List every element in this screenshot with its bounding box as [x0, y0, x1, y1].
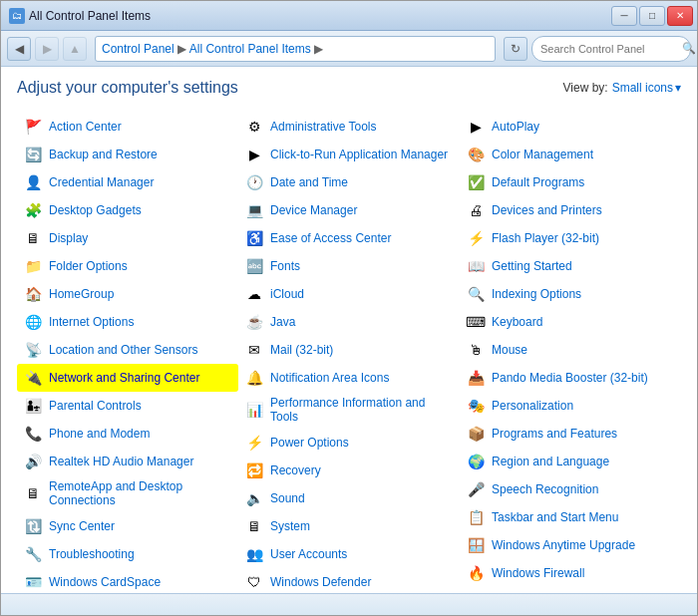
cp-item-admin-tools[interactable]: ⚙Administrative Tools [238, 113, 460, 141]
cp-item-indexing-options[interactable]: 🔍Indexing Options [460, 280, 681, 308]
cp-item-mail[interactable]: ✉Mail (32-bit) [238, 336, 460, 364]
remoteapp-label: RemoteApp and Desktop Connections [49, 479, 232, 508]
cp-item-windows-defender[interactable]: 🛡Windows Defender [238, 568, 460, 593]
cp-item-mouse[interactable]: 🖱Mouse [460, 336, 681, 364]
cp-item-performance-tools[interactable]: 📊Performance Information and Tools [238, 392, 460, 429]
cp-item-network-sharing[interactable]: 🔌Network and Sharing Center [17, 364, 238, 392]
cp-item-display[interactable]: 🖥Display [17, 224, 238, 252]
cp-item-sync-center[interactable]: 🔃Sync Center [17, 512, 238, 540]
cp-item-date-time[interactable]: 🕐Date and Time [238, 168, 460, 196]
cp-item-parental-controls[interactable]: 👨‍👧Parental Controls [17, 392, 238, 420]
view-dropdown-icon: ▾ [675, 81, 681, 95]
programs-features-label: Programs and Features [492, 427, 617, 441]
cp-item-fonts[interactable]: 🔤Fonts [238, 252, 460, 280]
cp-item-remoteapp[interactable]: 🖥RemoteApp and Desktop Connections [17, 475, 238, 512]
breadcrumb-control-panel[interactable]: Control Panel [102, 42, 174, 56]
performance-tools-label: Performance Information and Tools [270, 396, 454, 425]
cp-item-device-manager[interactable]: 💻Device Manager [238, 196, 460, 224]
cp-item-phone-modem[interactable]: 📞Phone and Modem [17, 420, 238, 448]
folder-options-icon: 📁 [23, 256, 43, 276]
cp-item-click-to-run[interactable]: ▶Click-to-Run Application Manager [238, 141, 460, 168]
window-icon: 🗂 [9, 8, 25, 24]
personalization-icon: 🎭 [466, 396, 486, 416]
maximize-button[interactable]: □ [639, 6, 665, 26]
devices-printers-icon: 🖨 [466, 200, 486, 220]
keyboard-label: Keyboard [492, 315, 542, 329]
cp-item-windows-firewall[interactable]: 🔥Windows Firewall [460, 559, 681, 587]
cp-item-pando-media[interactable]: 📥Pando Media Booster (32-bit) [460, 364, 681, 392]
mail-label: Mail (32-bit) [270, 343, 333, 357]
view-option-label: Small icons [612, 81, 673, 95]
cp-item-speech-recognition[interactable]: 🎤Speech Recognition [460, 475, 681, 503]
refresh-button[interactable]: ↻ [504, 37, 527, 61]
windows-defender-label: Windows Defender [270, 575, 371, 589]
view-by-dropdown[interactable]: Small icons ▾ [612, 81, 681, 95]
desktop-gadgets-icon: 🧩 [23, 200, 43, 220]
java-label: Java [270, 315, 295, 329]
folder-options-label: Folder Options [49, 259, 128, 273]
cp-item-flash-player[interactable]: ⚡Flash Player (32-bit) [460, 224, 681, 252]
page-title: Adjust your computer's settings [17, 79, 238, 97]
cp-item-windows-anytime[interactable]: 🪟Windows Anytime Upgrade [460, 531, 681, 559]
location-sensors-label: Location and Other Sensors [49, 343, 197, 357]
back-button[interactable]: ◀ [7, 37, 31, 61]
cp-item-notification-icons[interactable]: 🔔Notification Area Icons [238, 364, 460, 392]
action-center-label: Action Center [49, 120, 122, 134]
date-time-label: Date and Time [270, 175, 348, 189]
cp-item-location-sensors[interactable]: 📡Location and Other Sensors [17, 336, 238, 364]
cp-item-desktop-gadgets[interactable]: 🧩Desktop Gadgets [17, 196, 238, 224]
cp-item-homegroup[interactable]: 🏠HomeGroup [17, 280, 238, 308]
content-area: Adjust your computer's settings View by:… [1, 67, 697, 593]
cp-item-icloud[interactable]: ☁iCloud [238, 280, 460, 308]
cp-item-ease-access[interactable]: ♿Ease of Access Center [238, 224, 460, 252]
cp-item-autoplay[interactable]: ▶AutoPlay [460, 113, 681, 141]
cp-item-taskbar-start[interactable]: 📋Taskbar and Start Menu [460, 503, 681, 531]
cp-item-internet-options[interactable]: 🌐Internet Options [17, 308, 238, 336]
cp-item-personalization[interactable]: 🎭Personalization [460, 392, 681, 420]
cp-item-sound[interactable]: 🔈Sound [238, 484, 460, 512]
performance-tools-icon: 📊 [244, 400, 264, 420]
cp-item-java[interactable]: ☕Java [238, 308, 460, 336]
color-management-label: Color Management [492, 148, 593, 161]
cp-item-system[interactable]: 🖥System [238, 512, 460, 540]
breadcrumb-all-items[interactable]: All Control Panel Items [189, 42, 311, 56]
cp-item-action-center[interactable]: 🚩Action Center [17, 113, 238, 141]
flash-player-icon: ⚡ [466, 228, 486, 248]
mouse-icon: 🖱 [466, 340, 486, 360]
cp-item-programs-features[interactable]: 📦Programs and Features [460, 420, 681, 448]
cp-item-region-language[interactable]: 🌍Region and Language [460, 448, 681, 475]
cp-item-backup-restore[interactable]: 🔄Backup and Restore [17, 141, 238, 168]
system-icon: 🖥 [244, 516, 264, 536]
cp-item-realtek-audio[interactable]: 🔊Realtek HD Audio Manager [17, 448, 238, 475]
credential-manager-label: Credential Manager [49, 175, 154, 189]
admin-tools-icon: ⚙ [244, 117, 264, 137]
cp-item-color-management[interactable]: 🎨Color Management [460, 141, 681, 168]
search-input[interactable] [540, 43, 678, 55]
cp-item-user-accounts[interactable]: 👥User Accounts [238, 540, 460, 568]
cp-item-recovery[interactable]: 🔁Recovery [238, 457, 460, 484]
up-button[interactable]: ▲ [63, 37, 87, 61]
personalization-label: Personalization [492, 399, 573, 413]
cp-item-windows-cardspace[interactable]: 🪪Windows CardSpace [17, 568, 238, 593]
region-language-label: Region and Language [492, 455, 609, 468]
cp-item-devices-printers[interactable]: 🖨Devices and Printers [460, 196, 681, 224]
pando-media-icon: 📥 [466, 368, 486, 388]
cp-item-power-options[interactable]: ⚡Power Options [238, 429, 460, 457]
backup-restore-label: Backup and Restore [49, 148, 158, 161]
programs-features-icon: 📦 [466, 424, 486, 444]
cp-item-troubleshooting[interactable]: 🔧Troubleshooting [17, 540, 238, 568]
forward-button[interactable]: ▶ [35, 37, 59, 61]
cp-item-getting-started[interactable]: 📖Getting Started [460, 252, 681, 280]
cp-item-keyboard[interactable]: ⌨Keyboard [460, 308, 681, 336]
cp-item-folder-options[interactable]: 📁Folder Options [17, 252, 238, 280]
cp-item-credential-manager[interactable]: 👤Credential Manager [17, 168, 238, 196]
recovery-icon: 🔁 [244, 461, 264, 480]
network-sharing-icon: 🔌 [23, 368, 43, 388]
minimize-button[interactable]: ─ [611, 6, 637, 26]
cp-item-default-programs[interactable]: ✅Default Programs [460, 168, 681, 196]
fonts-icon: 🔤 [244, 256, 264, 276]
title-bar-left: 🗂 All Control Panel Items [9, 8, 151, 24]
windows-cardspace-label: Windows CardSpace [49, 575, 161, 589]
column-1: 🚩Action Center🔄Backup and Restore👤Creden… [17, 113, 238, 593]
close-button[interactable]: ✕ [667, 6, 693, 26]
